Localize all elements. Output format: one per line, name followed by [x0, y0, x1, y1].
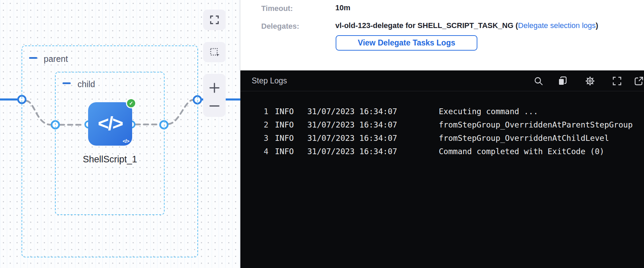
delegate-selection-logs-link[interactable]: Delegate selection logs	[518, 21, 596, 30]
log-line: 2INFO31/07/2023 16:34:07fromStepGroup_Ov…	[240, 118, 644, 132]
delegates-value-close: )	[596, 21, 598, 30]
code-icon: </>	[98, 112, 123, 134]
log-line: 1INFO31/07/2023 16:34:07Executing comman…	[240, 105, 644, 118]
canvas-fullscreen-button[interactable]	[203, 10, 226, 30]
log-num: 2	[262, 118, 268, 132]
child-group-label: child	[78, 79, 95, 89]
step-logs-panel: Step Logs	[240, 70, 644, 268]
log-line: 3INFO31/07/2023 16:34:07fromStepGroup_Ov…	[240, 132, 644, 145]
step-node-label: ShellScript_1	[66, 154, 154, 165]
delegates-value-text: vl-old-123-delegate for SHELL_SCRIPT_TAS…	[335, 21, 518, 30]
log-level: INFO	[275, 105, 295, 118]
pipeline-canvas[interactable]: parent child </> </> ✓ ShellScript_1	[0, 0, 240, 268]
settings-gear-icon[interactable]	[585, 76, 595, 86]
zoom-out-icon[interactable]	[209, 103, 220, 109]
delegates-value: vl-old-123-delegate for SHELL_SCRIPT_TAS…	[335, 21, 598, 30]
parent-group-label: parent	[44, 54, 68, 64]
step-logs-header: Step Logs	[240, 70, 644, 91]
shell-script-step-node[interactable]: </> </>	[88, 102, 132, 146]
step-details-panel: Timeout: 10m Delegates: vl-old-123-deleg…	[240, 0, 644, 268]
fullscreen-icon	[209, 15, 220, 25]
log-timestamp: 31/07/2023 16:34:07	[307, 118, 400, 132]
log-level: INFO	[275, 118, 295, 132]
log-level: INFO	[275, 145, 295, 158]
log-timestamp: 31/07/2023 16:34:07	[307, 105, 400, 118]
log-message: fromStepGroup_OverriddenAtChildLevel	[439, 132, 609, 145]
log-message: Executing command ...	[439, 105, 538, 118]
log-message: Command completed with ExitCode (0)	[439, 145, 604, 158]
log-timestamp: 31/07/2023 16:34:07	[307, 145, 400, 158]
zoom-in-icon[interactable]	[209, 82, 220, 93]
log-line: 4INFO31/07/2023 16:34:07Command complete…	[240, 145, 644, 158]
timeout-value: 10m	[335, 3, 350, 12]
copy-icon[interactable]	[557, 76, 568, 86]
external-link-icon[interactable]	[634, 76, 644, 86]
marquee-select-icon	[209, 47, 220, 57]
collapse-parent-group-icon[interactable]	[29, 57, 37, 59]
step-details-section: Timeout: 10m Delegates: vl-old-123-deleg…	[240, 0, 644, 70]
log-body[interactable]: 1INFO31/07/2023 16:34:07Executing comman…	[240, 91, 644, 158]
collapse-child-group-icon[interactable]	[62, 82, 71, 84]
log-num: 4	[262, 145, 268, 158]
canvas-zoom-controls[interactable]	[203, 74, 226, 117]
canvas-multi-select-button[interactable]	[203, 42, 226, 62]
log-level: INFO	[275, 132, 295, 145]
log-timestamp: 31/07/2023 16:34:07	[307, 132, 400, 145]
code-corner-icon: </>	[123, 138, 129, 144]
log-num: 3	[262, 132, 268, 145]
log-message: fromStepGroup_OverriddenAtParentStepGrou…	[439, 118, 633, 132]
search-icon[interactable]	[533, 76, 544, 86]
view-delegate-tasks-logs-button[interactable]: View Delegate Tasks Logs	[336, 35, 477, 51]
check-icon: ✓	[129, 100, 134, 106]
fullscreen-icon[interactable]	[612, 76, 622, 86]
log-num: 1	[262, 105, 268, 118]
timeout-label: Timeout:	[261, 4, 293, 13]
delegates-label: Delegates:	[261, 22, 299, 31]
step-logs-title: Step Logs	[252, 76, 287, 85]
pipeline-execution-view: parent child </> </> ✓ ShellScript_1	[0, 0, 644, 268]
step-success-badge: ✓	[126, 98, 136, 108]
